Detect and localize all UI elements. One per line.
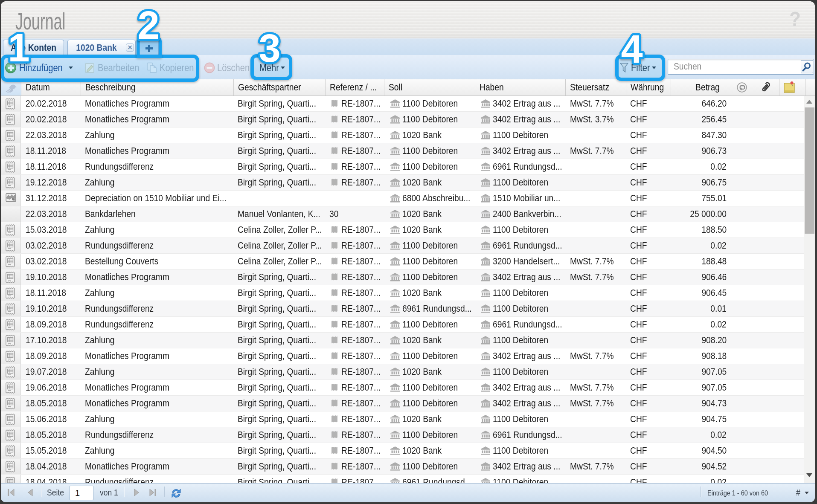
svg-text:1: 1 [8, 26, 29, 68]
svg-text:4: 4 [621, 27, 643, 69]
svg-text:3: 3 [259, 26, 280, 68]
svg-text:2: 2 [137, 3, 159, 45]
